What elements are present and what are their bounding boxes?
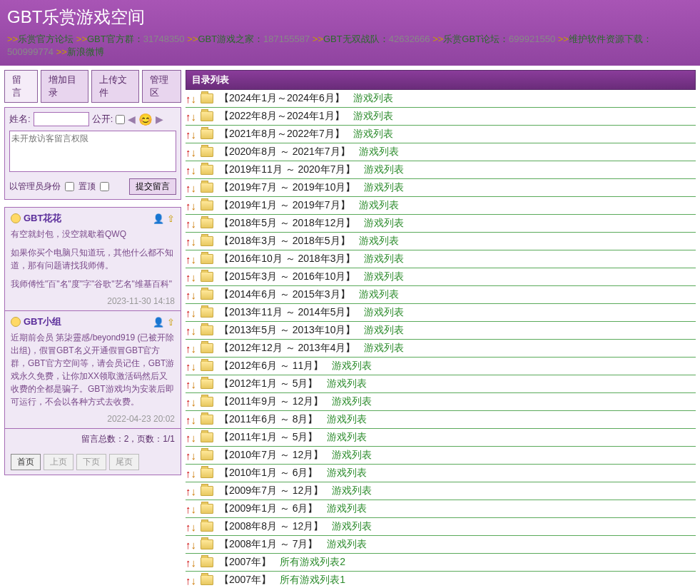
sort-up-icon[interactable]: ↑: [186, 378, 191, 390]
directory-link[interactable]: 游戏列表: [327, 467, 367, 480]
directory-link[interactable]: 游戏列表: [327, 538, 367, 551]
sort-up-icon[interactable]: ↑: [186, 235, 191, 248]
sort-down-icon[interactable]: ↓: [191, 325, 197, 337]
sort-up-icon[interactable]: ↑: [186, 414, 191, 426]
directory-link[interactable]: 游戏列表: [364, 342, 404, 355]
sort-down-icon[interactable]: ↓: [191, 378, 197, 390]
message-textarea[interactable]: [9, 131, 176, 172]
directory-link[interactable]: 游戏列表: [359, 146, 399, 158]
sort-up-icon[interactable]: ↑: [186, 521, 191, 533]
next-emoji-icon[interactable]: ▶: [156, 113, 163, 125]
directory-link[interactable]: 游戏列表: [327, 502, 367, 515]
directory-link[interactable]: 所有游戏列表1: [280, 574, 345, 587]
directory-link[interactable]: 游戏列表: [364, 270, 404, 283]
nav-link[interactable]: GBT游戏之家：: [198, 34, 263, 44]
sort-up-icon[interactable]: ↑: [186, 325, 191, 337]
user-icon[interactable]: 👤: [153, 213, 164, 224]
sort-up-icon[interactable]: ↑: [186, 467, 191, 480]
sort-up-icon[interactable]: ↑: [186, 574, 191, 587]
smiley-icon[interactable]: 😊: [138, 113, 153, 126]
directory-link[interactable]: 游戏列表: [364, 324, 404, 337]
directory-link[interactable]: 游戏列表: [332, 520, 372, 533]
sort-down-icon[interactable]: ↓: [191, 200, 197, 212]
pager-btn-2[interactable]: 下页: [76, 454, 106, 470]
sort-up-icon[interactable]: ↑: [186, 289, 191, 301]
tab-2[interactable]: 上传文件: [91, 70, 139, 103]
sort-down-icon[interactable]: ↓: [191, 467, 197, 480]
sort-down-icon[interactable]: ↓: [191, 289, 197, 301]
directory-link[interactable]: 游戏列表: [332, 360, 372, 372]
directory-link[interactable]: 游戏列表: [332, 395, 372, 408]
sort-down-icon[interactable]: ↓: [191, 557, 197, 569]
sort-up-icon[interactable]: ↑: [186, 557, 191, 569]
directory-link[interactable]: 游戏列表: [364, 306, 404, 319]
pager-btn-1[interactable]: 上页: [44, 454, 73, 470]
sort-up-icon[interactable]: ↑: [186, 146, 191, 158]
sort-up-icon[interactable]: ↑: [186, 128, 191, 141]
sort-down-icon[interactable]: ↓: [191, 574, 197, 587]
sort-down-icon[interactable]: ↓: [191, 414, 197, 426]
directory-link[interactable]: 所有游戏列表2: [280, 556, 345, 569]
sort-down-icon[interactable]: ↓: [191, 93, 197, 105]
sort-down-icon[interactable]: ↓: [191, 450, 197, 462]
sort-down-icon[interactable]: ↓: [191, 307, 197, 319]
sort-down-icon[interactable]: ↓: [191, 253, 197, 265]
top-icon[interactable]: ⇧: [167, 317, 175, 328]
sort-up-icon[interactable]: ↑: [186, 200, 191, 212]
sort-down-icon[interactable]: ↓: [191, 485, 197, 497]
user-icon[interactable]: 👤: [153, 317, 164, 328]
directory-link[interactable]: 游戏列表: [327, 431, 367, 444]
sort-down-icon[interactable]: ↓: [191, 235, 197, 248]
sort-up-icon[interactable]: ↑: [186, 218, 191, 230]
nav-link[interactable]: 新浪微博: [67, 46, 104, 57]
tab-1[interactable]: 增加目录: [41, 70, 88, 103]
name-input[interactable]: [34, 112, 89, 126]
nav-link[interactable]: 乐赏GBT论坛：: [443, 34, 509, 44]
sort-down-icon[interactable]: ↓: [191, 360, 197, 372]
tab-3[interactable]: 管理区: [142, 70, 181, 103]
sort-down-icon[interactable]: ↓: [191, 432, 197, 444]
tab-0[interactable]: 留 言: [4, 70, 38, 103]
directory-link[interactable]: 游戏列表: [364, 217, 404, 230]
sort-down-icon[interactable]: ↓: [191, 396, 197, 408]
directory-link[interactable]: 游戏列表: [359, 288, 399, 301]
directory-link[interactable]: 游戏列表: [353, 128, 393, 141]
sort-up-icon[interactable]: ↑: [186, 432, 191, 444]
directory-link[interactable]: 游戏列表: [359, 235, 399, 248]
prev-emoji-icon[interactable]: ◀: [128, 113, 136, 125]
sort-up-icon[interactable]: ↑: [186, 485, 191, 497]
sort-up-icon[interactable]: ↑: [186, 111, 191, 123]
directory-link[interactable]: 游戏列表: [327, 413, 367, 426]
sort-down-icon[interactable]: ↓: [191, 218, 197, 230]
admin-checkbox[interactable]: [65, 182, 74, 191]
pager-btn-3[interactable]: 尾页: [109, 454, 139, 470]
sort-up-icon[interactable]: ↑: [186, 539, 191, 551]
sort-up-icon[interactable]: ↑: [186, 503, 191, 515]
sort-down-icon[interactable]: ↓: [191, 146, 197, 158]
directory-link[interactable]: 游戏列表: [353, 110, 393, 123]
nav-link[interactable]: GBT无双战队：: [323, 34, 389, 44]
sort-down-icon[interactable]: ↓: [191, 111, 197, 123]
nav-link[interactable]: 维护软件资源下载：: [569, 34, 652, 44]
pin-checkbox[interactable]: [100, 182, 109, 191]
directory-link[interactable]: 游戏列表: [364, 253, 404, 265]
sort-down-icon[interactable]: ↓: [191, 343, 197, 355]
sort-up-icon[interactable]: ↑: [186, 271, 191, 283]
sort-up-icon[interactable]: ↑: [186, 307, 191, 319]
top-icon[interactable]: ⇧: [167, 213, 175, 224]
directory-link[interactable]: 游戏列表: [359, 199, 399, 212]
sort-down-icon[interactable]: ↓: [191, 182, 197, 194]
sort-down-icon[interactable]: ↓: [191, 539, 197, 551]
sort-down-icon[interactable]: ↓: [191, 128, 197, 141]
sort-up-icon[interactable]: ↑: [186, 343, 191, 355]
directory-link[interactable]: 游戏列表: [332, 449, 372, 462]
pager-btn-0[interactable]: 首页: [11, 454, 41, 470]
sort-up-icon[interactable]: ↑: [186, 396, 191, 408]
directory-link[interactable]: 游戏列表: [332, 485, 372, 497]
sort-up-icon[interactable]: ↑: [186, 182, 191, 194]
nav-link[interactable]: 乐赏官方论坛: [18, 34, 73, 44]
nav-link[interactable]: GBT官方群：: [87, 34, 143, 44]
sort-down-icon[interactable]: ↓: [191, 271, 197, 283]
sort-up-icon[interactable]: ↑: [186, 253, 191, 265]
sort-up-icon[interactable]: ↑: [186, 450, 191, 462]
